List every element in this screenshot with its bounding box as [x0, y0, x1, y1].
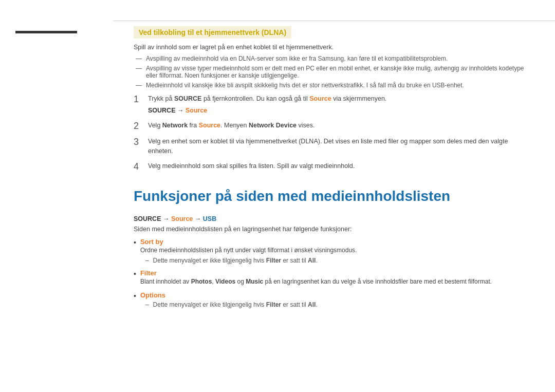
step-4-number: 4	[134, 161, 148, 173]
bullet-dot-sortby: •	[134, 238, 136, 247]
step-3-number: 3	[134, 137, 148, 148]
steps-list: 1 Trykk på SOURCE på fjernkontrollen. Du…	[134, 94, 524, 172]
step-4: 4 Velg medieinnhold som skal spilles fra…	[134, 161, 524, 173]
step-1-number: 1	[134, 94, 148, 105]
dlna-section: Ved tilkobling til et hjemmenettverk (DL…	[134, 26, 524, 172]
list-item-sortby: • Sort by Ordne medieinnholdslisten på n…	[134, 238, 524, 264]
funksjoner-title: Funksjoner på siden med medieinnholdslis…	[134, 188, 524, 205]
source-nav: SOURCE → Source → USB	[134, 215, 524, 222]
step-3-content: Velg en enhet som er koblet til via hjem…	[148, 137, 524, 156]
step-1-content: Trykk på SOURCE på fjernkontrollen. Du k…	[148, 94, 524, 116]
bullet-dot-filter: •	[134, 269, 136, 278]
dlna-note-1: Avspilling av medieinnhold via en DLNA-s…	[134, 55, 524, 62]
funksjoner-desc: Siden med medieinnholdslisten på en lagr…	[134, 226, 524, 233]
features-list: • Sort by Ordne medieinnholdslisten på n…	[134, 238, 524, 308]
step-3: 3 Velg en enhet som er koblet til via hj…	[134, 137, 524, 156]
step-2-content: Velg Network fra Source. Menyen Network …	[148, 121, 524, 130]
list-item-options: • Options Dette menyvalget er ikke tilgj…	[134, 291, 524, 308]
sidebar-bar	[15, 31, 77, 33]
sidebar	[0, 21, 113, 371]
options-title: Options	[140, 291, 524, 299]
filter-title: Filter	[140, 269, 524, 277]
step-4-content: Velg medieinnhold som skal spilles fra l…	[148, 161, 524, 171]
sortby-content: Sort by Ordne medieinnholdslisten på nyt…	[140, 238, 524, 264]
dlna-note-3: Medieinnhold vil kanskje ikke bli avspil…	[134, 82, 524, 89]
main-content: Ved tilkobling til et hjemmenettverk (DL…	[113, 21, 555, 371]
filter-desc: Blant innholdet av Photos, Videos og Mus…	[140, 278, 492, 285]
sortby-desc: Ordne medieinnholdslisten på nytt under …	[140, 247, 357, 254]
dlna-title: Ved tilkobling til et hjemmenettverk (DL…	[134, 26, 291, 39]
dlna-intro: Spill av innhold som er lagret på en enh…	[134, 44, 524, 51]
funksjoner-section: Funksjoner på siden med medieinnholdslis…	[134, 188, 524, 308]
step-1: 1 Trykk på SOURCE på fjernkontrollen. Du…	[134, 94, 524, 116]
filter-content: Filter Blant innholdet av Photos, Videos…	[140, 269, 524, 286]
step-2-number: 2	[134, 121, 148, 132]
bullet-dot-options: •	[134, 291, 136, 301]
sortby-title: Sort by	[140, 238, 524, 246]
list-item-filter: • Filter Blant innholdet av Photos, Vide…	[134, 269, 524, 286]
page: Ved tilkobling til et hjemmenettverk (DL…	[0, 0, 555, 392]
dlna-note-2: Avspilling av visse typer medieinnhold s…	[134, 65, 524, 79]
sortby-sub-note: Dette menyvalget er ikke tilgjengelig hv…	[140, 257, 524, 264]
options-sub-note: Dette menyvalget er ikke tilgjengelig hv…	[140, 301, 524, 308]
step-2: 2 Velg Network fra Source. Menyen Networ…	[134, 121, 524, 132]
options-content: Options Dette menyvalget er ikke tilgjen…	[140, 291, 524, 308]
